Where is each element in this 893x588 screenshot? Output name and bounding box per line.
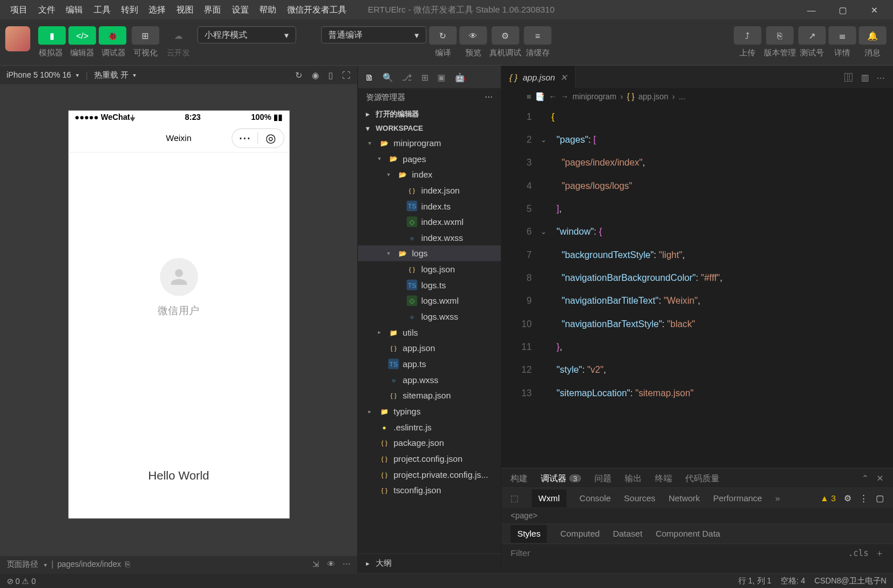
cls-label[interactable]: .cls (848, 548, 868, 558)
subtab-Sources[interactable]: Sources (624, 493, 655, 503)
split-icon[interactable]: ⿲ (844, 72, 853, 82)
详情-button[interactable]: ≣ (828, 26, 856, 45)
breadcrumb[interactable]: ≡📑←→ miniprogram› { }app.json› ... (501, 88, 893, 105)
menu-文件[interactable]: 文件 (33, 2, 61, 17)
subtab-Wxml[interactable]: Wxml (532, 489, 566, 507)
devtab-输出[interactable]: 输出 (625, 472, 642, 484)
inspect-icon[interactable]: ⬚ (510, 493, 518, 503)
refresh-icon[interactable]: ↻ (295, 70, 303, 80)
styletab-Dataset[interactable]: Dataset (613, 529, 642, 539)
ext2-icon[interactable]: ▣ (437, 72, 445, 82)
menu-视图[interactable]: 视图 (171, 2, 199, 17)
files-icon[interactable]: 🗎 (365, 72, 373, 82)
预览-button[interactable]: 👁 (459, 26, 486, 45)
menu-帮助[interactable]: 帮助 (254, 2, 281, 17)
测试号-button[interactable]: ↗ (798, 26, 826, 45)
dock-icon[interactable]: ▢ (876, 493, 884, 503)
more-tabs-icon[interactable]: » (775, 493, 780, 503)
maximize-button[interactable]: ▢ (830, 1, 856, 19)
menu-设置[interactable]: 设置 (226, 2, 254, 17)
close-icon[interactable]: ✕ (560, 72, 568, 82)
branch-icon[interactable]: ⎇ (402, 72, 412, 82)
menu-dots-icon[interactable]: ⋯ (232, 131, 257, 145)
fullscreen-icon[interactable]: ⛶ (342, 70, 351, 80)
problems-indicator[interactable]: ⊘ 0 ⚠ 0 (7, 577, 36, 586)
workspace-section[interactable]: WORKSPACE (358, 122, 501, 135)
tree-item-logs[interactable]: ▾📂logs (358, 245, 501, 261)
消息-button[interactable]: 🔔 (859, 26, 886, 45)
menu-项目[interactable]: 项目 (5, 2, 33, 17)
menu-选择[interactable]: 选择 (143, 2, 171, 17)
tree-item-logs.wxss[interactable]: ⟐logs.wxss (358, 309, 501, 325)
devtab-代码质量[interactable]: 代码质量 (685, 472, 719, 484)
styletab-Styles[interactable]: Styles (510, 525, 547, 543)
tree-item-tsconfig.json[interactable]: { }tsconfig.json (358, 482, 501, 498)
tree-item-index.wxss[interactable]: ⟐index.wxss (358, 229, 501, 245)
hot-reload-dropdown[interactable]: 热重载 开 (94, 70, 136, 81)
tree-item-app.json[interactable]: { }app.json (358, 340, 501, 356)
compile-dropdown[interactable]: 普通编译▾ (321, 26, 426, 43)
tree-item-app.ts[interactable]: TSapp.ts (358, 356, 501, 372)
device-dropdown[interactable]: iPhone 5 100% 16 (7, 70, 79, 79)
tree-item-utils[interactable]: ▸📁utils (358, 324, 501, 340)
tree-item-index[interactable]: ▾📂index (358, 167, 501, 183)
search-icon[interactable]: 🔍 (383, 72, 393, 82)
code-editor[interactable]: 12345678910111213 ⌄ ⌄ { "pages": [ "page… (501, 105, 893, 468)
capsule-menu[interactable]: ⋯ ◎ (231, 128, 284, 148)
menu-编辑[interactable]: 编辑 (61, 2, 88, 17)
styletab-Computed[interactable]: Computed (560, 529, 600, 539)
close-icon[interactable]: ✕ (876, 473, 884, 483)
devtab-调试器[interactable]: 调试器3 (541, 472, 581, 484)
subtab-Console[interactable]: Console (580, 493, 611, 503)
layout-icon[interactable]: ▥ (861, 72, 869, 82)
dots-icon[interactable]: ⋮ (859, 493, 868, 503)
eye-icon[interactable]: 👁 (327, 560, 335, 569)
styles-filter-input[interactable] (510, 548, 848, 558)
tree-item-logs.json[interactable]: { }logs.json (358, 261, 501, 277)
minimize-button[interactable]: — (798, 1, 824, 19)
gear-icon[interactable]: ⚙ (844, 493, 852, 503)
tree-item-index.ts[interactable]: TSindex.ts (358, 198, 501, 214)
tree-item-package.json[interactable]: { }package.json (358, 435, 501, 451)
rotate-icon[interactable]: ▯ (328, 70, 333, 80)
上传-button[interactable]: ⤴ (734, 26, 761, 45)
cursor-pos[interactable]: 行 1, 列 1 (738, 575, 771, 587)
debugger-toggle[interactable]: 🐞 (99, 26, 126, 45)
ext1-icon[interactable]: ⊞ (421, 72, 429, 82)
tree-item-miniprogram[interactable]: ▾📂miniprogram (358, 135, 501, 151)
tree-item-logs.wxml[interactable]: ◇logs.wxml (358, 293, 501, 309)
menu-工具[interactable]: 工具 (88, 2, 115, 17)
编译-button[interactable]: ↻ (429, 26, 456, 45)
visual-toggle[interactable]: ⊞ (132, 26, 159, 45)
tree-item-app.wxss[interactable]: ⟐app.wxss (358, 372, 501, 388)
avatar[interactable] (5, 26, 30, 51)
subtab-Network[interactable]: Network (669, 493, 700, 503)
more-icon[interactable]: ⋯ (876, 72, 885, 82)
menu-微信开发者工具[interactable]: 微信开发者工具 (281, 2, 352, 17)
devtab-终端[interactable]: 终端 (655, 472, 672, 484)
warning-badge[interactable]: ▲ 3 (820, 493, 835, 503)
清缓存-button[interactable]: ≡ (524, 26, 551, 45)
editor-tab-app-json[interactable]: { } app.json ✕ (501, 66, 576, 88)
cloud-dev-button[interactable]: ☁ (164, 26, 192, 45)
devtab-构建[interactable]: 构建 (510, 472, 528, 484)
robot-icon[interactable]: 🤖 (454, 72, 465, 82)
menu-界面[interactable]: 界面 (199, 2, 226, 17)
tree-item-index.json[interactable]: { }index.json (358, 182, 501, 198)
tree-item-logs.ts[interactable]: TSlogs.ts (358, 277, 501, 293)
版本管理-button[interactable]: ⎘ (766, 26, 794, 45)
opened-editors-section[interactable]: 打开的编辑器 (358, 107, 501, 122)
styletab-Component Data[interactable]: Component Data (655, 529, 720, 539)
more-icon[interactable]: ⋯ (343, 560, 351, 569)
target-icon[interactable]: ◎ (258, 131, 283, 145)
copy-icon[interactable]: ⎘ (125, 560, 130, 569)
tree-item-project.config.json[interactable]: { }project.config.json (358, 450, 501, 466)
record-icon[interactable]: ◉ (312, 70, 319, 80)
add-icon[interactable]: ＋ (875, 547, 884, 559)
tree-item-typings[interactable]: ▸📁typings (358, 404, 501, 420)
tree-item-.eslintrc.js[interactable]: ●.eslintrc.js (358, 419, 501, 435)
element-row[interactable]: <page> (501, 508, 893, 524)
tree-item-index.wxml[interactable]: ◇index.wxml (358, 214, 501, 230)
chevron-up-icon[interactable]: ⌃ (862, 473, 869, 483)
simulator-toggle[interactable]: ▮ (38, 26, 66, 45)
